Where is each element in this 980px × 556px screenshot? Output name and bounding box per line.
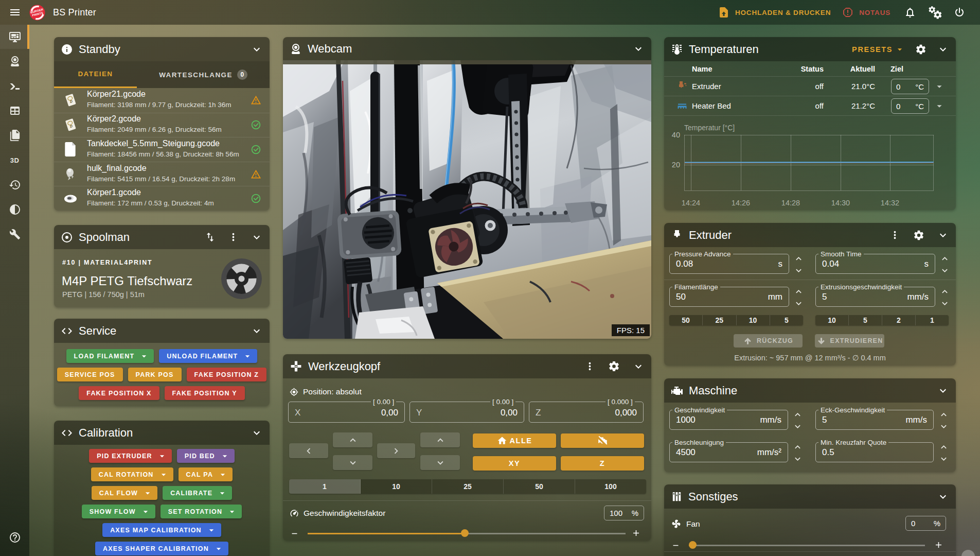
svg-text:20: 20 xyxy=(672,161,680,169)
svg-text:40: 40 xyxy=(672,131,680,139)
svg-text:14:32: 14:32 xyxy=(881,199,899,207)
svg-text:14:28: 14:28 xyxy=(781,199,800,207)
svg-text:14:24: 14:24 xyxy=(682,199,700,207)
svg-text:14:30: 14:30 xyxy=(831,199,850,207)
svg-text:14:26: 14:26 xyxy=(732,199,750,207)
svg-text:Temperatur [°C]: Temperatur [°C] xyxy=(684,124,735,132)
